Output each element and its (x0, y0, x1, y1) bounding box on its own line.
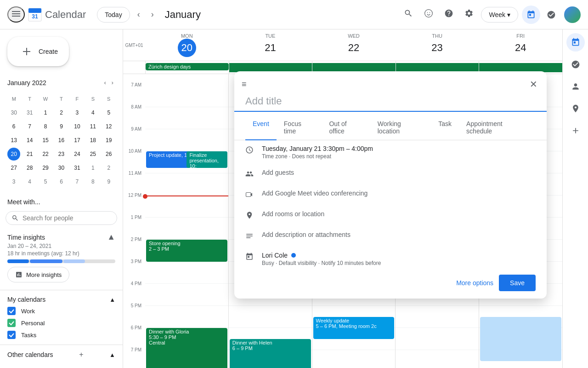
right-calendar-btn[interactable] (566, 33, 585, 52)
mini-cal-day[interactable]: 4 (22, 175, 37, 188)
mini-cal-day[interactable]: 4 (85, 106, 100, 119)
mini-cal-prev[interactable]: ‹ (102, 77, 107, 88)
event-dinner-helen[interactable]: Dinner with Helen6 – 9 PM (230, 339, 311, 368)
mini-cal-day[interactable]: 25 (85, 148, 100, 161)
event-weekly-update[interactable]: Weekly update5 – 6 PM, Meeting room 2c (313, 317, 395, 339)
mini-cal-day[interactable]: 29 (38, 161, 53, 174)
search-button[interactable] (400, 5, 417, 24)
avatar[interactable] (564, 6, 581, 23)
day-header-mon[interactable]: MON 20 (145, 29, 229, 61)
mini-cal-day[interactable]: 3 (70, 106, 85, 119)
right-maps-btn[interactable] (566, 99, 585, 118)
tasks-checkbox[interactable] (7, 331, 16, 339)
prev-button[interactable]: ‹ (134, 7, 144, 22)
day-header-thu[interactable]: THU 23 (396, 29, 479, 61)
mini-cal-day[interactable]: 7 (22, 120, 37, 133)
my-calendars-header[interactable]: My calendars ▲ (7, 294, 115, 305)
mini-cal-day[interactable]: 31 (70, 161, 85, 174)
save-button[interactable]: Save (499, 275, 536, 291)
event-finalize[interactable]: Finalize presentation, 10: (187, 151, 227, 168)
allday-event-zurich[interactable]: Zürich design days (146, 63, 229, 70)
event-store-opening[interactable]: Store opening2 – 3 PM (146, 240, 227, 262)
cal-personal[interactable]: Personal (7, 317, 115, 329)
mini-cal-day[interactable]: 9 (102, 175, 116, 188)
week-select[interactable]: Week ▾ (481, 7, 518, 23)
mini-cal-day[interactable]: 17 (70, 134, 85, 147)
mini-cal-day[interactable]: 30 (54, 161, 68, 174)
today-button[interactable]: Today (97, 7, 130, 23)
mini-cal-day[interactable]: 6 (6, 120, 21, 133)
more-insights-button[interactable]: More insights (7, 267, 69, 282)
mini-cal-day[interactable]: 3 (6, 175, 21, 188)
mini-cal-day[interactable]: 24 (70, 148, 85, 161)
mini-cal-day[interactable]: 16 (54, 134, 68, 147)
task-view-button[interactable] (542, 6, 560, 24)
tab-working-loc[interactable]: Working location (370, 115, 431, 140)
mini-cal-day[interactable]: 23 (54, 148, 68, 161)
add-description-text[interactable]: Add description or attachments (262, 231, 351, 238)
mini-cal-day[interactable]: 22 (38, 148, 53, 161)
modal-close-button[interactable]: ✕ (528, 77, 539, 92)
mini-cal-day[interactable]: 9 (54, 120, 68, 133)
mini-cal-day[interactable]: 19 (102, 134, 116, 147)
menu-button[interactable] (7, 6, 25, 23)
mini-cal-day[interactable]: 15 (38, 134, 53, 147)
mini-cal-day[interactable]: 14 (22, 134, 37, 147)
cal-work[interactable]: Work (7, 305, 115, 317)
mini-cal-day[interactable]: 12 (102, 120, 116, 133)
cal-tasks[interactable]: Tasks (7, 329, 115, 341)
mini-cal-day[interactable]: 5 (38, 175, 53, 188)
tab-ooo[interactable]: Out of office (322, 115, 370, 140)
people-search-input[interactable] (23, 214, 111, 222)
right-add-btn[interactable] (566, 121, 585, 140)
mini-cal-day[interactable]: 1 (85, 161, 100, 174)
mini-cal-day[interactable]: 5 (102, 106, 116, 119)
mini-cal-day[interactable]: 11 (85, 120, 100, 133)
mini-cal-next[interactable]: › (110, 77, 115, 88)
mini-cal-day[interactable]: 27 (6, 161, 21, 174)
mini-cal-day[interactable]: 8 (85, 175, 100, 188)
create-button[interactable]: Create (7, 37, 69, 66)
mini-cal-day[interactable]: 20 (6, 148, 21, 161)
mini-cal-day[interactable]: 7 (70, 175, 85, 188)
day-header-wed[interactable]: WED 22 (312, 29, 396, 61)
people-search[interactable] (6, 211, 117, 225)
more-options-button[interactable]: More options (456, 279, 493, 287)
datetime-text[interactable]: Tuesday, January 21 3:30pm – 4:00pm (262, 145, 373, 152)
right-person-btn[interactable] (566, 77, 585, 96)
add-meet-text[interactable]: Add Google Meet video conferencing (262, 190, 368, 197)
mini-cal-day[interactable]: 6 (54, 175, 68, 188)
mini-cal-day[interactable]: 30 (6, 106, 21, 119)
event-fri-blue[interactable] (480, 317, 561, 361)
add-other-calendar[interactable]: + (79, 351, 83, 359)
tab-focus[interactable]: Focus time (277, 115, 322, 140)
tab-appointment[interactable]: Appointment schedule (459, 115, 536, 140)
mini-cal-day[interactable]: 21 (22, 148, 37, 161)
add-guests-text[interactable]: Add guests (262, 169, 294, 176)
mini-cal-day[interactable]: 2 (102, 161, 116, 174)
add-location-text[interactable]: Add rooms or location (262, 210, 324, 218)
mini-cal-day[interactable]: 18 (85, 134, 100, 147)
mini-cal-day[interactable]: 13 (6, 134, 21, 147)
mini-cal-day[interactable]: 31 (22, 106, 37, 119)
mini-cal-day[interactable]: 8 (38, 120, 53, 133)
other-calendars-header[interactable]: Other calendars + ▲ (7, 349, 115, 361)
tab-event[interactable]: Event (245, 115, 277, 140)
mini-cal-day[interactable]: 28 (22, 161, 37, 174)
settings-button[interactable] (461, 5, 477, 24)
mini-cal-day[interactable]: 1 (38, 106, 53, 119)
event-dinner-gloria[interactable]: Dinner with Gloria5:30 – 9 PMCentral (146, 328, 227, 368)
work-checkbox[interactable] (7, 307, 16, 315)
help-button[interactable] (441, 5, 457, 24)
mini-cal-day[interactable]: 2 (54, 106, 68, 119)
status-button[interactable] (420, 5, 437, 24)
mini-cal-day[interactable]: 26 (102, 148, 116, 161)
insights-chevron[interactable]: ▲ (107, 232, 115, 242)
event-title-input[interactable] (234, 92, 547, 112)
tab-task[interactable]: Task (431, 115, 459, 140)
day-header-fri[interactable]: FRI 24 (479, 29, 562, 61)
right-check-btn[interactable] (566, 55, 585, 74)
calendar-view-button[interactable] (522, 6, 540, 24)
personal-checkbox[interactable] (7, 319, 16, 327)
day-header-tue[interactable]: TUE 21 (229, 29, 312, 61)
